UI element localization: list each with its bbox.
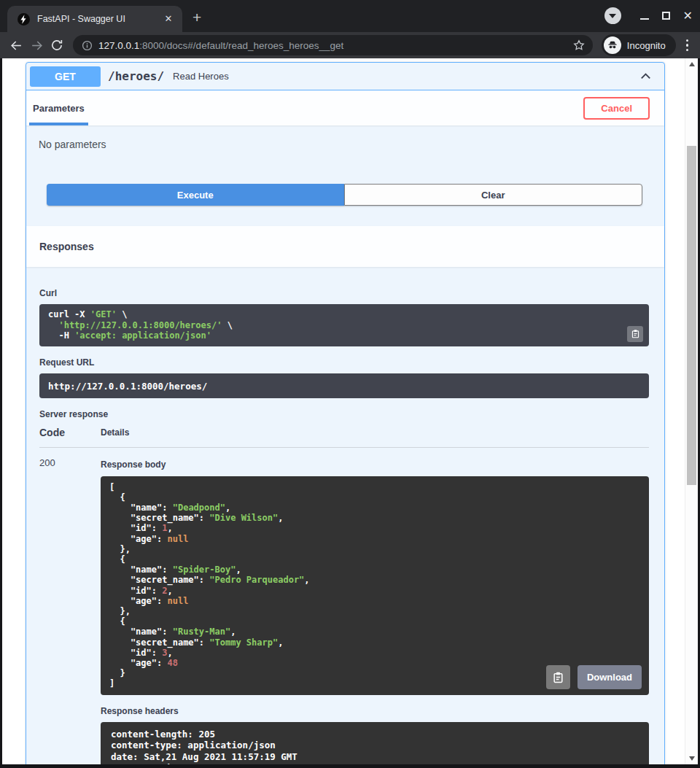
browser-window: FastAPI - Swagger UI ✕ + ✕	[0, 0, 700, 768]
request-url-block: http://127.0.0.1:8000/heroes/	[39, 373, 649, 398]
response-body-code: [ { "name": "Deadpond", "secret_name": "…	[109, 482, 640, 689]
execute-button[interactable]: Execute	[47, 184, 344, 206]
responses-header: Responses	[26, 226, 664, 267]
minimize-button[interactable]	[640, 18, 649, 20]
tab-strip: FastAPI - Swagger UI ✕ + ✕	[0, 0, 700, 32]
forward-button[interactable]	[26, 35, 47, 55]
triangle-up-icon	[689, 62, 695, 66]
page-info-icon[interactable]	[82, 40, 93, 51]
header-line: content-length: 205	[111, 729, 639, 740]
response-body-block: [ { "name": "Deadpond", "secret_name": "…	[101, 476, 649, 695]
tab-search-button[interactable]	[604, 7, 621, 24]
tab-close-icon[interactable]: ✕	[162, 12, 175, 26]
copy-curl-button[interactable]	[627, 326, 643, 342]
response-headers-label: Response headers	[101, 706, 649, 716]
incognito-badge: Incognito	[602, 34, 676, 56]
page-scrollbar[interactable]	[685, 58, 698, 764]
table-divider	[39, 447, 649, 448]
caret-down-icon	[609, 14, 616, 18]
copy-icon	[631, 329, 640, 338]
opblock-get-heroes: GET /heroes/ Read Heroes Parameters Canc…	[26, 62, 665, 764]
operation-summary[interactable]: GET /heroes/ Read Heroes	[26, 63, 664, 90]
no-parameters-message: No parameters	[26, 125, 664, 172]
http-method-badge: GET	[30, 66, 101, 87]
new-tab-button[interactable]: +	[192, 9, 201, 26]
cancel-button[interactable]: Cancel	[583, 97, 650, 120]
page-content: GET /heroes/ Read Heroes Parameters Canc…	[0, 58, 700, 764]
response-body-label: Response body	[101, 459, 166, 470]
parameters-title: Parameters	[33, 103, 85, 114]
address-bar[interactable]: 127.0.0.1:8000/docs#/default/read_heroes…	[73, 35, 593, 55]
browser-tab[interactable]: FastAPI - Swagger UI ✕	[7, 6, 182, 32]
reload-button[interactable]	[47, 35, 67, 55]
response-row-200: 200 Response body [ { "name": "Deadpond"…	[39, 457, 649, 765]
request-url-value: http://127.0.0.1:8000/heroes/	[48, 381, 207, 392]
scrollbar-down-button[interactable]	[685, 753, 699, 764]
header-line: date: Sat,21 Aug 2021 11:57:19 GMT	[111, 751, 639, 763]
back-icon	[9, 39, 23, 53]
details-column-header: Details	[101, 427, 129, 438]
code-column-header: Code	[39, 427, 101, 438]
copy-icon	[552, 671, 564, 683]
response-table-header: Code Details	[39, 427, 649, 447]
responses-title: Responses	[39, 241, 94, 252]
operation-description: Read Heroes	[173, 71, 229, 82]
responses-content: Curl curl -X 'GET' \ 'http://127.0.0.1:8…	[26, 267, 664, 764]
bookmark-star-icon[interactable]	[572, 39, 586, 52]
window-close-button[interactable]: ✕	[683, 11, 693, 21]
curl-code-block: curl -X 'GET' \ 'http://127.0.0.1:8000/h…	[39, 304, 649, 346]
curl-label: Curl	[39, 288, 57, 298]
server-response-label: Server response	[39, 409, 649, 419]
header-line: content-type: application/json	[111, 740, 639, 751]
reload-icon	[50, 39, 63, 52]
browser-menu-button[interactable]	[680, 36, 694, 54]
url-text: 127.0.0.1:8000/docs#/default/read_heroes…	[98, 40, 572, 51]
incognito-icon	[604, 36, 621, 54]
fastapi-favicon-icon	[18, 13, 30, 26]
forward-icon	[30, 39, 44, 53]
incognito-label: Incognito	[627, 40, 666, 51]
parameters-header: Parameters Cancel	[26, 90, 664, 125]
maximize-button[interactable]	[662, 12, 670, 20]
back-button[interactable]	[6, 35, 26, 55]
operation-path: /heroes/	[108, 69, 164, 83]
collapse-button[interactable]	[639, 69, 653, 83]
copy-response-button[interactable]	[546, 665, 570, 689]
response-headers-block: content-length: 205 content-type: applic…	[101, 722, 649, 764]
download-button[interactable]: Download	[578, 665, 642, 689]
scrollbar-thumb[interactable]	[687, 146, 696, 485]
header-line: server: uvicorn	[111, 762, 639, 764]
execute-wrapper: Execute Clear	[26, 172, 664, 226]
scrollbar-up-button[interactable]	[685, 58, 699, 70]
request-url-label: Request URL	[39, 357, 649, 368]
url-path: :8000/docs#/default/read_heroes_heroes__…	[139, 40, 343, 51]
browser-toolbar: 127.0.0.1:8000/docs#/default/read_heroes…	[0, 32, 700, 58]
chevron-up-icon	[639, 69, 653, 83]
window-bottom-border	[0, 764, 700, 768]
tab-title: FastAPI - Swagger UI	[37, 14, 162, 24]
clear-button[interactable]: Clear	[344, 184, 643, 206]
triangle-down-icon	[689, 756, 695, 761]
status-code: 200	[39, 457, 101, 765]
url-host: 127.0.0.1	[98, 40, 139, 51]
tab-parameters[interactable]: Parameters	[29, 90, 88, 125]
